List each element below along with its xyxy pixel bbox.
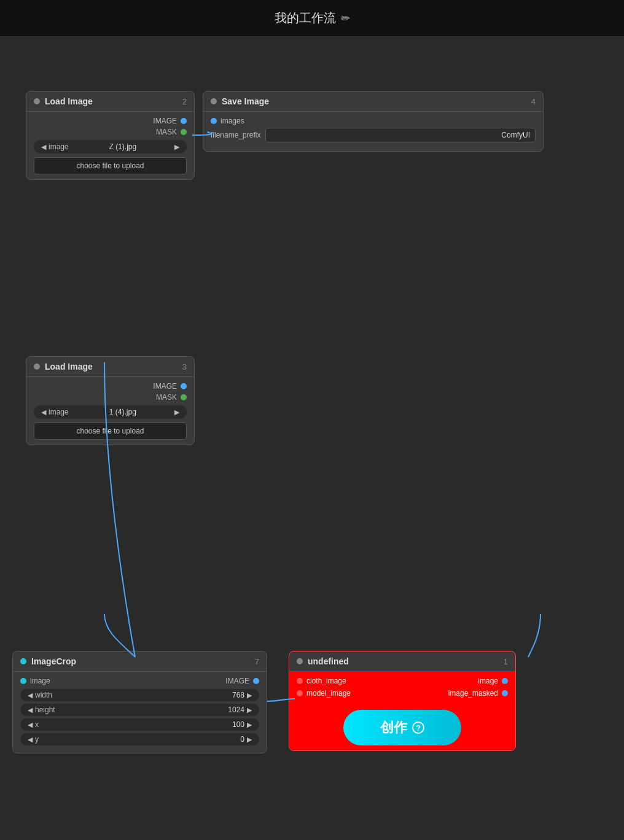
save-image-header: Save Image 4 bbox=[203, 91, 543, 112]
height-param: ◀ height 1024 ▶ bbox=[20, 704, 259, 716]
model-image-label: model_image bbox=[306, 689, 448, 698]
undefined-node: undefined 1 cloth_image image model_imag… bbox=[289, 651, 516, 751]
create-button[interactable]: 创作 ? bbox=[343, 710, 461, 745]
filename-prefix-label: filename_prefix bbox=[211, 131, 260, 139]
image-masked-dot bbox=[502, 690, 508, 696]
mask-port-label-2: MASK bbox=[156, 393, 177, 402]
image-selector-1: ◀ image Z (1).jpg ▶ bbox=[34, 140, 187, 154]
y-param: ◀ y 0 ▶ bbox=[20, 733, 259, 745]
x-prev[interactable]: ◀ bbox=[25, 721, 35, 729]
height-label: height bbox=[35, 706, 228, 714]
x-value: 100 bbox=[232, 720, 244, 729]
load-image-1-mask-port: MASK bbox=[34, 128, 187, 136]
create-label: 创作 bbox=[380, 718, 407, 737]
undefined-id: 1 bbox=[504, 657, 508, 666]
cloth-image-dot bbox=[297, 678, 303, 684]
height-value: 1024 bbox=[228, 706, 244, 714]
undefined-title: undefined bbox=[308, 656, 349, 666]
canvas: Load Image 2 IMAGE MASK ◀ image Z (1).jp… bbox=[0, 37, 624, 840]
node-status-dot-1 bbox=[34, 98, 40, 104]
y-next[interactable]: ▶ bbox=[244, 736, 254, 744]
save-image-title: Save Image bbox=[222, 96, 269, 106]
save-images-dot bbox=[211, 118, 217, 124]
mask-port-dot-2 bbox=[181, 394, 187, 400]
save-image-node: Save Image 4 images filename_prefix Comf… bbox=[203, 91, 544, 152]
selector-prev-1[interactable]: ◀ bbox=[39, 143, 49, 151]
image-masked-label: image_masked bbox=[448, 689, 498, 698]
x-param: ◀ x 100 ▶ bbox=[20, 718, 259, 731]
load-image-2-header: Load Image 3 bbox=[26, 357, 194, 377]
image-port-label-1: IMAGE bbox=[153, 117, 177, 125]
upload-btn-2[interactable]: choose file to upload bbox=[34, 422, 187, 440]
image-crop-header: ImageCrop 7 bbox=[13, 651, 267, 672]
load-image-1-id: 2 bbox=[182, 97, 187, 106]
load-image-1-image-port: IMAGE bbox=[34, 117, 187, 125]
model-image-dot bbox=[297, 690, 303, 696]
x-next[interactable]: ▶ bbox=[244, 721, 254, 729]
height-prev[interactable]: ◀ bbox=[25, 706, 35, 714]
load-image-1-header: Load Image 2 bbox=[26, 91, 194, 112]
node-status-dot-crop bbox=[20, 658, 26, 664]
save-image-id: 4 bbox=[531, 97, 536, 106]
y-prev[interactable]: ◀ bbox=[25, 736, 35, 744]
cloth-image-label: cloth_image bbox=[306, 677, 478, 685]
load-image-2-mask-port: MASK bbox=[34, 393, 187, 402]
x-label: x bbox=[35, 720, 232, 729]
image-port-label-2: IMAGE bbox=[153, 382, 177, 391]
selector-next-2[interactable]: ▶ bbox=[172, 408, 182, 416]
mask-port-dot-1 bbox=[181, 129, 187, 135]
image-crop-title: ImageCrop bbox=[31, 656, 76, 666]
undefined-body: cloth_image image model_image image_mask… bbox=[289, 672, 515, 750]
workflow-title: 我的工作流 bbox=[275, 10, 336, 26]
edit-icon[interactable]: ✏ bbox=[341, 12, 350, 25]
filename-prefix-value: ComfyUI bbox=[501, 131, 530, 139]
load-image-2-image-port: IMAGE bbox=[34, 382, 187, 391]
create-help-icon: ? bbox=[412, 721, 424, 734]
image-crop-in-dot bbox=[20, 678, 26, 684]
image-crop-id: 7 bbox=[255, 657, 259, 666]
image-port-dot-1 bbox=[181, 118, 187, 124]
load-image-1-title: Load Image bbox=[45, 96, 93, 106]
image-out-dot bbox=[502, 678, 508, 684]
load-image-node-2: Load Image 3 IMAGE MASK ◀ image 1 (4).jp… bbox=[26, 356, 195, 445]
mask-port-label-1: MASK bbox=[156, 128, 177, 136]
image-selector-2: ◀ image 1 (4).jpg ▶ bbox=[34, 405, 187, 419]
load-image-node-1: Load Image 2 IMAGE MASK ◀ image Z (1).jp… bbox=[26, 91, 195, 180]
image-port-dot-2 bbox=[181, 383, 187, 389]
node-status-dot-2 bbox=[34, 364, 40, 370]
selector-next-1[interactable]: ▶ bbox=[172, 143, 182, 151]
undefined-header: undefined 1 bbox=[289, 651, 515, 672]
image-crop-node: ImageCrop 7 image IMAGE ◀ width 768 ▶ ◀ … bbox=[12, 651, 267, 753]
save-image-images-port: images bbox=[211, 117, 536, 125]
node-status-dot-undef bbox=[297, 658, 303, 664]
image-crop-out-label: IMAGE bbox=[225, 677, 249, 685]
width-param: ◀ width 768 ▶ bbox=[20, 689, 259, 701]
save-images-label: images bbox=[220, 117, 244, 125]
node-status-dot-save bbox=[211, 98, 217, 104]
top-bar: 我的工作流 ✏ bbox=[0, 0, 624, 37]
width-value: 768 bbox=[232, 691, 244, 699]
load-image-2-title: Load Image bbox=[45, 362, 93, 371]
y-value: 0 bbox=[240, 735, 244, 744]
image-crop-out-dot bbox=[253, 678, 259, 684]
selector-prev-2[interactable]: ◀ bbox=[39, 408, 49, 416]
y-label: y bbox=[35, 735, 240, 744]
load-image-2-id: 3 bbox=[182, 362, 187, 371]
width-prev[interactable]: ◀ bbox=[25, 691, 35, 699]
width-next[interactable]: ▶ bbox=[244, 691, 254, 699]
image-out-label: image bbox=[478, 677, 498, 685]
height-next[interactable]: ▶ bbox=[244, 706, 254, 714]
image-crop-in-label: image bbox=[30, 677, 225, 685]
width-label: width bbox=[35, 691, 232, 699]
upload-btn-1[interactable]: choose file to upload bbox=[34, 157, 187, 174]
filename-prefix-row: filename_prefix ComfyUI bbox=[211, 128, 536, 142]
